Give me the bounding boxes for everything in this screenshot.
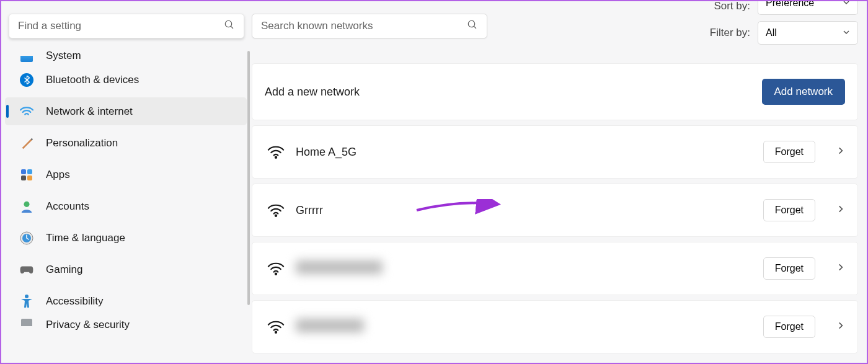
sidebar-item-label: Accessibility	[46, 295, 104, 308]
sidebar-item-label: System	[46, 50, 81, 62]
svg-line-1	[231, 26, 233, 29]
forget-button[interactable]: Forget	[763, 141, 815, 163]
sidebar-nav: System Bluetooth & devices Network & int…	[1, 47, 252, 334]
sidebar-item-time[interactable]: Time & language	[5, 224, 247, 252]
svg-point-10	[275, 273, 277, 275]
sort-by-dropdown[interactable]: Preference	[758, 0, 858, 15]
sidebar-search[interactable]	[9, 14, 244, 38]
forget-button[interactable]: Forget	[763, 257, 815, 280]
sidebar-search-input[interactable]	[18, 20, 224, 32]
svg-point-6	[468, 20, 475, 27]
network-row[interactable]: Home A_5G Forget	[252, 125, 858, 179]
wifi-icon	[267, 203, 285, 217]
network-name: Home A_5G	[296, 146, 752, 159]
forget-button[interactable]: Forget	[763, 316, 815, 338]
sidebar-item-gaming[interactable]: Gaming	[5, 255, 247, 283]
filter-by-label: Filter by:	[710, 27, 750, 39]
add-network-title: Add a new network	[265, 86, 751, 99]
wifi-icon	[267, 320, 285, 334]
shield-icon	[20, 319, 33, 326]
network-row[interactable]: Grrrrr Forget	[252, 184, 858, 237]
bluetooth-icon	[20, 73, 33, 87]
chevron-right-icon[interactable]	[826, 263, 845, 274]
accessibility-icon	[20, 295, 33, 308]
network-name	[296, 260, 752, 277]
sidebar-item-personalization[interactable]: Personalization	[5, 129, 247, 157]
sidebar-item-apps[interactable]: Apps	[5, 161, 247, 189]
svg-point-9	[275, 215, 277, 216]
wifi-icon	[267, 145, 285, 159]
forget-button[interactable]: Forget	[763, 199, 815, 221]
wifi-icon	[20, 105, 33, 118]
network-row[interactable]: Forget	[252, 300, 858, 353]
chevron-down-icon	[843, 0, 850, 9]
person-icon	[20, 200, 33, 213]
sidebar-scrollbar[interactable]	[244, 51, 252, 359]
clock-icon	[20, 231, 33, 245]
sidebar-item-accessibility[interactable]: Accessibility	[5, 287, 247, 315]
svg-point-5	[25, 295, 29, 298]
svg-point-11	[275, 332, 277, 333]
sidebar-item-system[interactable]: System	[5, 47, 247, 62]
sidebar-item-label: Accounts	[46, 200, 89, 213]
system-icon	[20, 56, 33, 62]
main-search-input[interactable]	[261, 20, 467, 32]
gamepad-icon	[20, 263, 33, 277]
add-network-card: Add a new network Add network	[252, 63, 858, 120]
sidebar-item-label: Apps	[46, 169, 70, 181]
sidebar-item-label: Gaming	[46, 264, 83, 276]
svg-point-2	[24, 201, 29, 206]
sidebar-item-label: Network & internet	[46, 105, 133, 118]
network-row[interactable]: Forget	[252, 242, 858, 295]
apps-icon	[20, 168, 33, 182]
sidebar-item-label: Time & language	[46, 232, 125, 244]
svg-point-0	[225, 20, 232, 27]
filter-by-dropdown[interactable]: All	[758, 21, 858, 45]
network-name: Grrrrr	[296, 204, 752, 217]
svg-point-8	[275, 157, 277, 158]
sidebar-item-label: Privacy & security	[46, 319, 130, 331]
sidebar-item-label: Bluetooth & devices	[46, 74, 139, 86]
sidebar-item-network[interactable]: Network & internet	[5, 97, 247, 125]
dropdown-value: Preference	[766, 0, 814, 9]
chevron-right-icon[interactable]	[826, 321, 845, 332]
dropdown-value: All	[766, 27, 777, 38]
search-icon	[224, 19, 235, 33]
chevron-right-icon[interactable]	[826, 205, 845, 216]
wifi-icon	[267, 262, 285, 275]
sidebar-item-bluetooth[interactable]: Bluetooth & devices	[5, 66, 247, 94]
chevron-right-icon[interactable]	[826, 146, 845, 158]
search-icon	[467, 19, 478, 33]
sidebar-item-label: Personalization	[46, 137, 118, 149]
network-name	[296, 319, 752, 335]
sidebar-item-accounts[interactable]: Accounts	[5, 192, 247, 220]
chevron-down-icon	[843, 27, 850, 38]
add-network-button[interactable]: Add network	[762, 79, 846, 105]
main-search[interactable]	[252, 14, 487, 38]
sort-by-label: Sort by:	[714, 0, 750, 12]
paintbrush-icon	[20, 136, 33, 150]
svg-line-7	[474, 26, 476, 29]
sidebar-item-privacy[interactable]: Privacy & security	[5, 319, 247, 334]
